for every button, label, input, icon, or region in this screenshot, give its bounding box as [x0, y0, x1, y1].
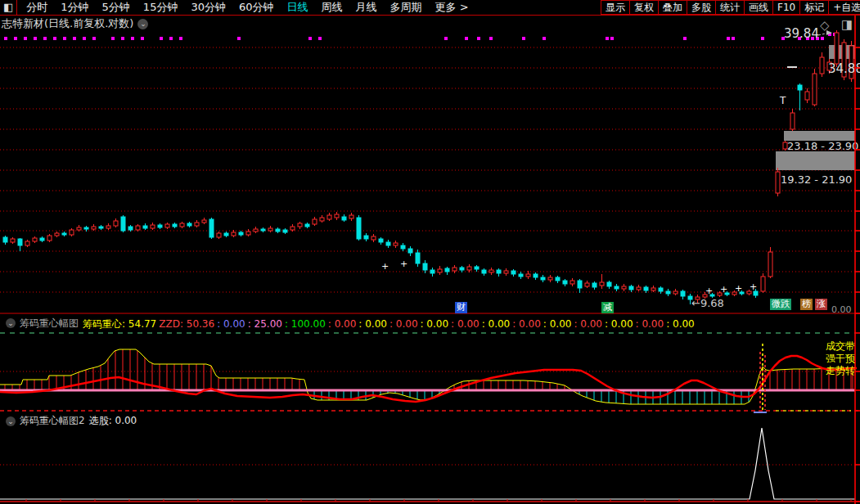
candle: [394, 243, 398, 245]
toolbar-button[interactable]: 复权: [629, 0, 659, 15]
toolbar-button[interactable]: 显示: [601, 0, 630, 15]
candle: [268, 228, 272, 231]
indicator-value: : 0.00: [482, 318, 511, 330]
main-annotations: 39.8434.88←9.6823.18 - 23.9019.32 - 21.9…: [381, 26, 860, 315]
period-item[interactable]: 15分钟: [137, 0, 185, 15]
candle: [305, 224, 309, 227]
top-toolbar: ◧ 分时1分钟5分钟15分钟30分钟60分钟日线周线月线多周期更多 > 显示复权…: [0, 0, 860, 16]
indicator-value: : 0.00: [666, 318, 695, 330]
layout-toggle-icon[interactable]: ◧: [3, 0, 13, 15]
candle: [62, 233, 66, 235]
indicator2-layer: [0, 428, 860, 502]
period-item[interactable]: 30分钟: [184, 0, 232, 15]
candle: [813, 74, 817, 105]
candle: [416, 253, 420, 263]
candle: [438, 269, 442, 272]
period-item[interactable]: 1分钟: [54, 0, 95, 15]
panel-layout-icon[interactable]: ◨: [841, 17, 853, 32]
price-high-label: 39.84: [784, 26, 819, 41]
period-item[interactable]: 更多 >: [429, 0, 475, 15]
candle: [84, 227, 88, 229]
candle: [261, 229, 265, 231]
candle: [276, 229, 280, 232]
candle: [497, 270, 501, 273]
indicator-value: : 0.00: [605, 318, 633, 330]
candle: [92, 227, 96, 229]
candle: [47, 236, 52, 241]
indicator-value: ZZD: 50.36: [159, 318, 214, 330]
panel2-name[interactable]: 筹码重心幅图2: [20, 414, 85, 428]
candle: [254, 229, 258, 232]
toolbar-button[interactable]: 叠加: [658, 0, 687, 15]
candle: [556, 277, 560, 281]
candle: [25, 241, 29, 245]
candle: [805, 92, 809, 100]
toolbar-button[interactable]: 多股: [687, 0, 716, 15]
candle: [3, 237, 7, 242]
panel1-collapse-icon[interactable]: ⌄: [6, 318, 16, 328]
select-value: 0.00: [115, 415, 137, 426]
candle: [526, 274, 530, 277]
chart-badge: 财: [455, 302, 467, 313]
title-bar: 志特新材(日线.前复权.对数) ⌄: [2, 16, 148, 31]
indicator-value: : 0.00: [217, 318, 245, 330]
indicator-note: 走势转: [826, 365, 855, 377]
stock-title: 志特新材(日线.前复权.对数): [2, 16, 133, 31]
candle: [386, 242, 390, 245]
candle: [349, 215, 353, 218]
panel1-header: ⌄ 筹码重心幅图 筹码重心: 54.77ZZD: 50.36: 0.00: 25…: [2, 315, 697, 331]
tdx-app-window: 39.8434.88←9.6823.18 - 23.9019.32 - 21.9…: [0, 0, 860, 504]
candle: [18, 239, 22, 245]
plus-marker: +: [750, 281, 757, 292]
candle: [615, 286, 619, 289]
candle: [158, 225, 162, 227]
period-item[interactable]: 周线: [315, 0, 349, 15]
chevron-down-icon[interactable]: ⌄: [137, 19, 148, 29]
toolbar-button[interactable]: +自选: [828, 0, 860, 15]
indicator-value: : 100.00: [285, 318, 326, 330]
main-gridlines: [0, 47, 855, 292]
panel1-name[interactable]: 筹码重心幅图: [20, 317, 79, 331]
period-item[interactable]: 日线: [281, 0, 315, 15]
candle: [136, 226, 140, 230]
candle: [489, 270, 493, 272]
candle: [187, 223, 191, 226]
panel2-collapse-icon[interactable]: ⌄: [6, 416, 16, 426]
candles-layer: [3, 30, 853, 304]
period-item[interactable]: 分时: [20, 0, 54, 15]
candle: [11, 239, 15, 242]
candle: [651, 288, 655, 290]
select-label: 选股: [89, 415, 109, 426]
candle: [357, 218, 361, 239]
right-axis: [855, 16, 860, 504]
candle: [143, 226, 147, 228]
period-item[interactable]: 60分钟: [232, 0, 281, 15]
candle: [70, 230, 74, 235]
toolbar-button[interactable]: 画线: [744, 0, 773, 15]
candle: [548, 277, 552, 280]
candle: [371, 236, 376, 240]
period-item[interactable]: 多周期: [384, 0, 429, 15]
candle: [445, 268, 449, 272]
diamond-icon[interactable]: ◇: [820, 18, 830, 33]
toolbar-button[interactable]: 统计: [715, 0, 745, 15]
chart-badge: 微跌: [770, 299, 791, 310]
period-item[interactable]: 5分钟: [96, 0, 137, 15]
price-low-label: ←9.68: [691, 297, 724, 309]
toolbar-button[interactable]: 标记: [799, 0, 829, 15]
candle: [482, 270, 486, 273]
candle: [151, 225, 155, 228]
toolbar-button[interactable]: F10: [772, 0, 800, 15]
candle: [379, 239, 383, 242]
candle: [585, 283, 589, 286]
panel1-indicator-values: 筹码重心: 54.77ZZD: 50.36: 0.00: 25.00: 100.…: [83, 315, 697, 331]
candle: [423, 263, 427, 270]
candle: [511, 271, 516, 274]
gap-label-1: 23.18 - 23.90: [787, 140, 858, 152]
candle: [217, 233, 221, 237]
candle: [790, 113, 795, 129]
period-item[interactable]: 月线: [349, 0, 384, 15]
candle: [681, 291, 685, 296]
plus-marker: +: [705, 286, 713, 296]
candle: [622, 286, 626, 289]
